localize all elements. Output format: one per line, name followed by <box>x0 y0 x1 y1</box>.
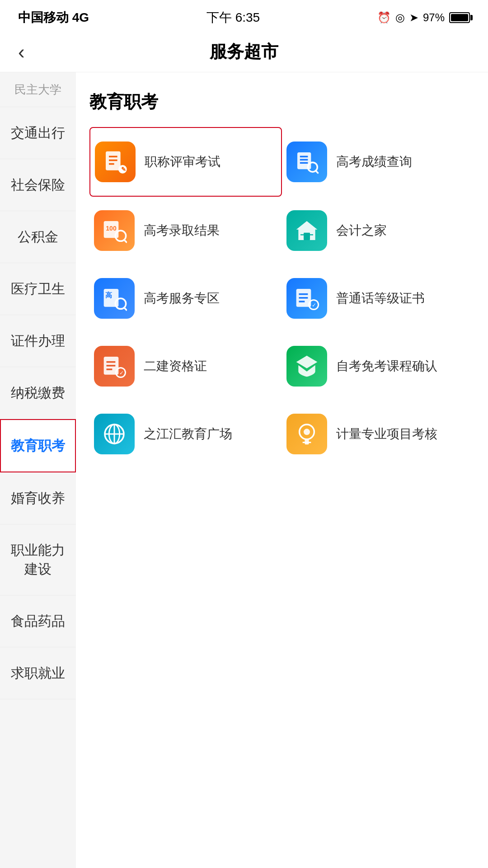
service-item-metrology-exam[interactable]: 计量专业项目考核 <box>282 400 474 468</box>
service-name-accounting-home: 会计之家 <box>336 222 387 239</box>
battery-percent: 97% <box>423 11 445 24</box>
sidebar: 民主大学 交通出行 社会保险 公积金 医疗卫生 证件办理 纳税缴费 教育职考 婚… <box>0 72 76 868</box>
battery-icon <box>449 12 470 23</box>
sidebar-item-career[interactable]: 职业能力建设 <box>0 524 76 595</box>
service-icon-putonghua-cert: ✓ <box>286 278 327 319</box>
status-bar: 中国移动 4G 下午 6:35 ⏰ ◎ ➤ 97% <box>0 0 488 32</box>
service-icon-zhijianhui-edu <box>94 414 135 454</box>
service-name-metrology-exam: 计量专业项目考核 <box>336 425 437 443</box>
service-name-zhijianhui-edu: 之江汇教育广场 <box>144 425 232 443</box>
service-icon-metrology-exam <box>286 414 327 454</box>
services-grid: ✎ 职称评审考试 高考成绩查询 <box>89 127 474 468</box>
section-title: 教育职考 <box>89 90 474 113</box>
service-item-self-study-confirm[interactable]: 自考免考课程确认 <box>282 332 474 400</box>
direction-icon: ➤ <box>409 11 418 24</box>
svg-rect-17 <box>304 233 310 240</box>
svg-rect-6 <box>297 152 311 169</box>
service-name-putonghua-cert: 普通话等级证书 <box>336 289 425 307</box>
svg-text:100: 100 <box>106 225 117 232</box>
alarm-icon: ⏰ <box>377 11 391 24</box>
time-display: 下午 6:35 <box>206 9 260 26</box>
svg-text:高: 高 <box>105 291 112 299</box>
status-indicators: ⏰ ◎ ➤ 97% <box>377 11 470 24</box>
sidebar-item-education[interactable]: 教育职考 <box>0 419 76 472</box>
service-item-gaokao-admission[interactable]: 100 高考录取结果 <box>89 197 282 264</box>
sidebar-item-civil-aviation[interactable]: 民主大学 <box>0 72 76 107</box>
service-name-gaokao-admission: 高考录取结果 <box>144 222 220 239</box>
service-name-gaokao-service: 高考服务专区 <box>144 289 220 307</box>
service-name-self-study-confirm: 自考免考课程确认 <box>336 357 437 375</box>
main-layout: 民主大学 交通出行 社会保险 公积金 医疗卫生 证件办理 纳税缴费 教育职考 婚… <box>0 72 488 868</box>
svg-text:✓: ✓ <box>119 370 124 376</box>
sidebar-item-certificates[interactable]: 证件办理 <box>0 315 76 367</box>
service-name-gaokao-score: 高考成绩查询 <box>336 153 412 170</box>
service-icon-accounting-home <box>286 210 327 251</box>
sidebar-item-provident-fund[interactable]: 公积金 <box>0 211 76 263</box>
service-item-accounting-home[interactable]: 会计之家 <box>282 197 474 264</box>
svg-line-15 <box>124 240 127 242</box>
svg-line-23 <box>124 308 127 310</box>
svg-point-42 <box>304 429 310 435</box>
page-title: 服务超市 <box>210 40 278 63</box>
svg-line-11 <box>316 171 318 173</box>
service-item-gaokao-service[interactable]: 高 高考服务专区 <box>89 264 282 332</box>
sidebar-item-food-drug[interactable]: 食品药品 <box>0 595 76 647</box>
service-item-zhijianhui-edu[interactable]: 之江汇教育广场 <box>89 400 282 468</box>
service-icon-title-exam: ✎ <box>95 142 136 182</box>
service-icon-gaokao-service: 高 <box>94 278 135 319</box>
svg-text:✎: ✎ <box>121 166 126 173</box>
service-icon-gaokao-score <box>286 142 327 182</box>
service-name-title-exam: 职称评审考试 <box>145 153 221 170</box>
service-icon-second-construction: ✓ <box>94 346 135 387</box>
sidebar-item-tax[interactable]: 纳税缴费 <box>0 367 76 419</box>
service-icon-gaokao-admission: 100 <box>94 210 135 251</box>
nav-bar: ‹ 服务超市 <box>0 32 488 72</box>
back-button[interactable]: ‹ <box>18 41 25 63</box>
sidebar-item-medical[interactable]: 医疗卫生 <box>0 263 76 315</box>
sidebar-item-marriage[interactable]: 婚育收养 <box>0 472 76 524</box>
sidebar-item-employment[interactable]: 求职就业 <box>0 647 76 699</box>
carrier-signal: 中国移动 4G <box>18 9 89 26</box>
location-icon: ◎ <box>395 11 405 24</box>
sidebar-item-traffic[interactable]: 交通出行 <box>0 107 76 159</box>
svg-text:✓: ✓ <box>312 302 316 308</box>
service-item-gaokao-score[interactable]: 高考成绩查询 <box>282 127 474 197</box>
service-item-title-exam[interactable]: ✎ 职称评审考试 <box>89 127 282 197</box>
service-item-second-construction[interactable]: ✓ 二建资格证 <box>89 332 282 400</box>
content-area: 教育职考 ✎ 职称评审考试 <box>76 72 488 868</box>
sidebar-item-social-insurance[interactable]: 社会保险 <box>0 159 76 211</box>
service-icon-self-study-confirm <box>286 346 327 387</box>
service-name-second-construction: 二建资格证 <box>144 357 207 375</box>
service-item-putonghua-cert[interactable]: ✓ 普通话等级证书 <box>282 264 474 332</box>
